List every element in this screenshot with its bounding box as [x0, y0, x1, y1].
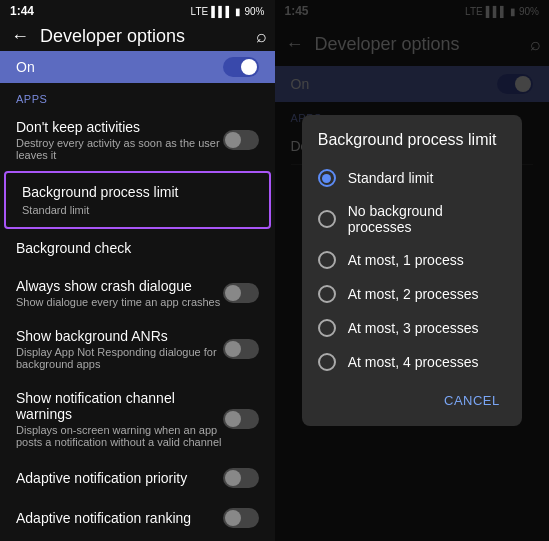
list-item-anr[interactable]: Show background ANRs Display App Not Res…: [0, 318, 275, 380]
radio-circle-2: [318, 251, 336, 269]
list-item-bg-process[interactable]: Background process limit Standard limit: [4, 171, 271, 229]
toggle-knob-crash: [225, 285, 241, 301]
item-content-dont-keep: Don't keep activities Destroy every acti…: [16, 119, 223, 161]
toggle-crash[interactable]: [223, 283, 259, 303]
item-title-notif-warn: Show notification channel warnings: [16, 390, 223, 422]
radio-label-4: At most, 3 processes: [348, 320, 479, 336]
item-title-adaptive-ranking: Adaptive notification ranking: [16, 510, 223, 526]
radio-option-0[interactable]: Standard limit: [302, 161, 522, 195]
item-title-bg-process: Background process limit: [22, 183, 253, 201]
item-title-crash: Always show crash dialogue: [16, 278, 223, 294]
on-toggle-row-left[interactable]: On: [0, 51, 275, 83]
toggle-knob-adaptive-priority: [225, 470, 241, 486]
list-item-bg-check[interactable]: Background check: [0, 229, 275, 267]
radio-label-2: At most, 1 process: [348, 252, 464, 268]
radio-circle-0: [318, 169, 336, 187]
item-content-anr: Show background ANRs Display App Not Res…: [16, 328, 223, 370]
radio-circle-1: [318, 210, 336, 228]
dialog-actions: Cancel: [302, 379, 522, 418]
radio-label-1: No background processes: [348, 203, 506, 235]
item-content-adaptive-ranking: Adaptive notification ranking: [16, 510, 223, 526]
item-content-crash: Always show crash dialogue Show dialogue…: [16, 278, 223, 308]
radio-circle-3: [318, 285, 336, 303]
item-content-adaptive-priority: Adaptive notification priority: [16, 470, 223, 486]
list-item-adaptive-ranking[interactable]: Adaptive notification ranking: [0, 498, 275, 538]
radio-circle-4: [318, 319, 336, 337]
list-item-notif-warn[interactable]: Show notification channel warnings Displ…: [0, 380, 275, 458]
radio-option-3[interactable]: At most, 2 processes: [302, 277, 522, 311]
left-panel: 1:44 LTE ▌▌▌ ▮ 90% ← Developer options ⌕…: [0, 0, 275, 541]
item-subtitle-bg-process: Standard limit: [22, 203, 253, 217]
on-label-left: On: [16, 59, 35, 75]
list-item-adaptive-priority[interactable]: Adaptive notification priority: [0, 458, 275, 498]
item-subtitle-crash: Show dialogue every time an app crashes: [16, 296, 223, 308]
toggle-knob-anr: [225, 341, 241, 357]
radio-option-5[interactable]: At most, 4 processes: [302, 345, 522, 379]
status-icons-left: LTE ▌▌▌ ▮ 90%: [191, 6, 265, 17]
toggle-switch-left[interactable]: [223, 57, 259, 77]
item-content-notif-warn: Show notification channel warnings Displ…: [16, 390, 223, 448]
toggle-knob-dont-keep: [225, 132, 241, 148]
bg-process-dialog[interactable]: Background process limit Standard limit …: [302, 115, 522, 426]
toggle-knob-adaptive-ranking: [225, 510, 241, 526]
item-subtitle-dont-keep: Destroy every activity as soon as the us…: [16, 137, 223, 161]
radio-circle-5: [318, 353, 336, 371]
item-title-bg-check: Background check: [16, 239, 259, 257]
cancel-button[interactable]: Cancel: [434, 387, 510, 414]
radio-option-2[interactable]: At most, 1 process: [302, 243, 522, 277]
list-item-dont-keep[interactable]: Don't keep activities Destroy every acti…: [0, 109, 275, 171]
top-bar-left: ← Developer options ⌕: [0, 22, 275, 51]
lte-icon: LTE: [191, 6, 209, 17]
battery-pct-left: 90%: [244, 6, 264, 17]
radio-option-1[interactable]: No background processes: [302, 195, 522, 243]
status-bar-left: 1:44 LTE ▌▌▌ ▮ 90%: [0, 0, 275, 22]
list-item-crash[interactable]: Always show crash dialogue Show dialogue…: [0, 268, 275, 318]
battery-icon: ▮: [235, 6, 241, 17]
toggle-adaptive-ranking[interactable]: [223, 508, 259, 528]
page-title-left: Developer options: [40, 26, 248, 47]
item-title-adaptive-priority: Adaptive notification priority: [16, 470, 223, 486]
item-title-anr: Show background ANRs: [16, 328, 223, 344]
search-button-left[interactable]: ⌕: [256, 26, 267, 47]
radio-label-3: At most, 2 processes: [348, 286, 479, 302]
toggle-dont-keep[interactable]: [223, 130, 259, 150]
item-title-dont-keep: Don't keep activities: [16, 119, 223, 135]
radio-label-0: Standard limit: [348, 170, 434, 186]
signal-icon: ▌▌▌: [211, 6, 232, 17]
time-left: 1:44: [10, 4, 34, 18]
section-apps-left: APPS: [0, 83, 275, 109]
dialog-overlay: Background process limit Standard limit …: [275, 0, 550, 541]
back-button-left[interactable]: ←: [8, 26, 32, 47]
radio-option-4[interactable]: At most, 3 processes: [302, 311, 522, 345]
item-subtitle-anr: Display App Not Responding dialogue for …: [16, 346, 223, 370]
dialog-title: Background process limit: [302, 131, 522, 161]
right-panel: 1:45 LTE ▌▌▌ ▮ 90% ← Developer options ⌕…: [275, 0, 550, 541]
item-subtitle-notif-warn: Displays on-screen warning when an app p…: [16, 424, 223, 448]
toggle-anr[interactable]: [223, 339, 259, 359]
toggle-notif-warn[interactable]: [223, 409, 259, 429]
toggle-knob-left: [241, 59, 257, 75]
toggle-adaptive-priority[interactable]: [223, 468, 259, 488]
radio-label-5: At most, 4 processes: [348, 354, 479, 370]
toggle-knob-notif-warn: [225, 411, 241, 427]
